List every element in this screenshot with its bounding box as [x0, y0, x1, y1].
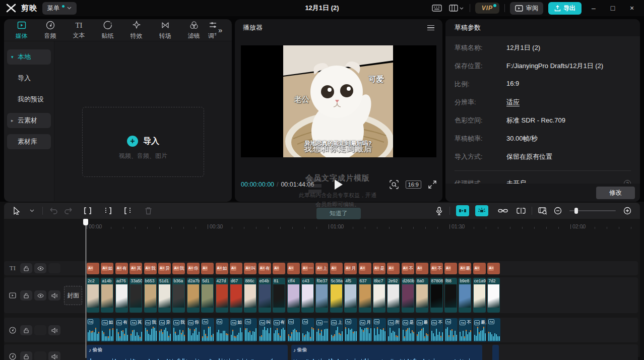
lock-icon[interactable] — [20, 351, 32, 360]
text-clip[interactable]: A≡最后 — [459, 263, 471, 274]
lock-icon[interactable] — [20, 325, 32, 335]
record-voiceover-button[interactable] — [431, 204, 446, 217]
audio-clip[interactable]: Aa最 — [416, 318, 429, 342]
tab-滤镜[interactable]: 滤镜 — [179, 20, 208, 40]
eye-icon-slot[interactable] — [34, 351, 46, 360]
video-clip[interactable]: d2a7b — [187, 278, 200, 313]
audio-clip[interactable]: Aa — [216, 318, 229, 342]
sidebar-item-云素材[interactable]: ▸云素材 — [7, 113, 51, 128]
text-clip[interactable]: A≡异 — [158, 263, 171, 274]
video-clip[interactable]: ce1a9 — [473, 278, 486, 313]
tabs-expand-chevron-icon[interactable]: » — [218, 26, 222, 34]
zoom-in-button[interactable] — [620, 204, 635, 217]
video-stage[interactable]: 可爱 老公 我想和你走到最后 异地恋真的能走到最后吗? — [241, 45, 436, 157]
video-clip[interactable]: 87808 — [430, 278, 443, 313]
text-clip[interactable]: A≡ — [273, 263, 285, 274]
player-menu-icon[interactable] — [427, 25, 434, 31]
vip-button[interactable]: VIP — [475, 3, 499, 14]
audio-clip[interactable]: Aa是 — [402, 318, 415, 342]
video-clip[interactable]: 81 — [273, 278, 285, 313]
video-clip[interactable]: 886c — [244, 278, 256, 313]
audio-clip[interactable]: Aa — [87, 318, 100, 342]
select-tool-dropdown[interactable] — [24, 204, 39, 217]
video-clip[interactable]: ad76 — [115, 278, 128, 313]
text-clip[interactable]: A≡ — [416, 263, 428, 274]
tab-贴纸[interactable]: 贴纸 — [93, 20, 122, 40]
tab-文本[interactable]: TI文本 — [65, 21, 93, 40]
text-clip[interactable]: A≡我 — [172, 263, 185, 274]
video-clip[interactable]: 33a50 — [130, 278, 142, 313]
video-clip[interactable]: f0e37 — [315, 278, 328, 313]
review-button[interactable]: 审阅 — [510, 2, 543, 15]
audio-clip[interactable]: Aa如 — [230, 318, 243, 342]
audio-clip[interactable]: Aa你 — [187, 318, 200, 342]
sidebar-item-素材库[interactable]: 素材库 — [7, 134, 51, 149]
text-clip[interactable]: A≡ — [387, 263, 400, 274]
text-clip[interactable]: A≡如 — [216, 263, 228, 274]
video-clip[interactable]: 2c2 — [87, 278, 99, 313]
text-clip[interactable]: A≡你 — [187, 263, 200, 274]
video-clip[interactable]: c43 — [301, 278, 314, 313]
audio-clip[interactable]: Aa我 — [172, 318, 185, 342]
export-button[interactable]: 导出 — [548, 2, 582, 15]
text-clip[interactable]: A≡上 — [315, 263, 328, 274]
text-clip[interactable]: A≡不 — [402, 263, 414, 274]
lock-icon[interactable] — [20, 290, 32, 301]
zoom-out-button[interactable] — [550, 204, 565, 217]
video-clip[interactable]: 8bc7 — [373, 278, 385, 313]
video-clip[interactable]: 8a0 — [416, 278, 428, 313]
close-button[interactable]: × — [625, 4, 639, 12]
playhead-line[interactable] — [86, 219, 87, 358]
eye-visibility-icon[interactable] — [34, 263, 46, 273]
undo-button[interactable] — [46, 204, 61, 217]
audio-clip[interactable]: Aa不 — [430, 318, 443, 342]
lock-icon[interactable] — [20, 263, 32, 273]
text-clip[interactable]: A≡一 — [301, 263, 314, 274]
audio-clip[interactable]: Aa一 — [315, 318, 329, 342]
audio-clip[interactable]: Aa我 — [144, 318, 157, 342]
global-preview-zoom-button[interactable] — [535, 204, 550, 217]
minimize-button[interactable]: – — [587, 4, 601, 12]
video-clip[interactable]: 2e92 — [387, 278, 400, 313]
preview-quality-icon[interactable] — [390, 180, 399, 189]
audio-clip[interactable]: Aa叫 — [259, 318, 272, 342]
timeline-zoom-slider[interactable] — [569, 210, 616, 211]
text-clip[interactable]: A≡我 — [144, 263, 157, 274]
audio-clip[interactable]: Aa — [201, 318, 214, 342]
play-button[interactable] — [335, 179, 343, 190]
text-clip[interactable]: A≡ — [444, 263, 457, 274]
audio-clip[interactable]: Aa上 — [330, 318, 343, 342]
tab-特效[interactable]: 特效 — [122, 20, 151, 40]
audio-clip[interactable]: Aa月 — [359, 318, 372, 342]
eye-visibility-icon[interactable] — [34, 290, 46, 301]
text-clip[interactable]: A≡是 — [373, 263, 385, 274]
tab-转场[interactable]: 转场 — [151, 20, 179, 40]
audio-clip[interactable]: Aa有 — [273, 318, 286, 342]
select-tool-button[interactable] — [9, 204, 24, 217]
video-clip[interactable]: f88 — [444, 278, 457, 313]
text-clip[interactable]: A≡有 — [259, 263, 271, 274]
audio-clip[interactable]: Aa — [344, 318, 357, 342]
text-clip[interactable]: A≡ — [330, 263, 343, 274]
video-clip[interactable]: b9e8 — [459, 278, 471, 313]
audio-clip[interactable]: Aa异 — [158, 318, 171, 342]
video-clip[interactable]: 5c38a — [330, 278, 343, 313]
video-clip[interactable]: 51d1 — [158, 278, 171, 313]
tab-调节[interactable]: 调节 — [208, 20, 216, 40]
audio-clip[interactable]: Aa有 — [115, 318, 128, 342]
audio-clip[interactable]: Aa — [287, 318, 300, 342]
main-track-magnet-toggle[interactable] — [456, 205, 469, 216]
music-clip[interactable]: ♪偷偷 — [291, 345, 482, 360]
audio-clip[interactable]: Aa — [373, 318, 386, 342]
video-clip[interactable]: d67 — [230, 278, 242, 313]
split-keep-right-button[interactable] — [120, 204, 136, 217]
audio-clip[interactable]: Aa — [301, 318, 314, 342]
text-clip[interactable]: A≡其 — [130, 263, 142, 274]
music-clip[interactable] — [492, 345, 499, 360]
audio-clip[interactable]: Aa如 — [101, 318, 114, 342]
text-clip[interactable]: A≡ — [201, 263, 214, 274]
video-clip[interactable]: 7d2 — [487, 278, 500, 313]
zoom-slider-thumb[interactable] — [574, 208, 578, 214]
split-keep-left-button[interactable] — [100, 204, 115, 217]
redo-button[interactable] — [61, 204, 76, 217]
